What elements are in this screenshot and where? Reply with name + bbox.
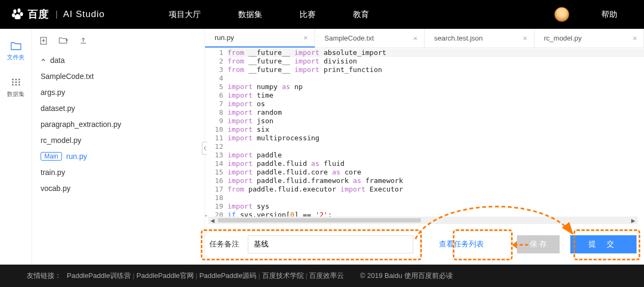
top-nav: 百度 | AI Studio 项目大厅 数据集 比赛 教育 帮助 <box>0 0 644 29</box>
file-row-train.py[interactable]: train.py <box>37 164 199 180</box>
tab-bar: run.py×SampleCode.txt×search.test.json×r… <box>205 29 644 48</box>
baidu-paw-icon <box>11 7 25 21</box>
file-name: run.py <box>66 152 87 161</box>
file-name: train.py <box>41 168 65 177</box>
chevron-left-icon <box>203 146 207 151</box>
scroll-right-icon[interactable]: ▶ <box>631 218 635 224</box>
workspace: 文件夹 数据集 data SampleCode.txtargs.pydatase… <box>0 29 644 265</box>
scroll-left-icon[interactable]: ◀ <box>210 218 215 224</box>
nav-help[interactable]: 帮助 <box>601 10 617 20</box>
svg-point-10 <box>12 84 13 86</box>
file-name: dataset.py <box>41 104 75 113</box>
file-name: rc_model.py <box>41 136 81 145</box>
file-panel: data SampleCode.txtargs.pydataset.pypara… <box>32 29 205 265</box>
file-list: data SampleCode.txtargs.pydataset.pypara… <box>32 52 205 196</box>
svg-point-1 <box>18 9 21 13</box>
tab-SampleCode.txt[interactable]: SampleCode.txt× <box>315 29 425 47</box>
footer-label: 友情链接： <box>27 271 61 281</box>
left-rail: 文件夹 数据集 <box>0 29 32 265</box>
new-folder-icon[interactable] <box>59 36 68 45</box>
file-row-vocab.py[interactable]: vocab.py <box>37 180 199 196</box>
tab-label: rc_model.py <box>544 34 582 42</box>
svg-point-9 <box>18 82 20 83</box>
footer: 友情链接： PaddlePaddle训练营 | PaddlePaddle官网 |… <box>0 265 644 287</box>
footer-link[interactable]: 百度效率云 <box>309 272 344 280</box>
scroll-thumb[interactable] <box>218 218 421 222</box>
dataset-icon <box>11 77 21 87</box>
file-name: SampleCode.txt <box>41 72 94 81</box>
svg-point-11 <box>15 84 17 86</box>
footer-link[interactable]: PaddlePaddle训练营 <box>67 272 131 280</box>
new-file-icon[interactable] <box>40 36 48 45</box>
folder-icon <box>11 42 21 50</box>
footer-link[interactable]: PaddlePaddle源码 <box>199 272 256 280</box>
upload-icon[interactable] <box>79 36 88 45</box>
file-row-rc_model.py[interactable]: rc_model.py <box>37 132 199 148</box>
caret-icon <box>41 58 46 63</box>
svg-point-4 <box>12 79 13 81</box>
footer-link[interactable]: 百度技术学院 <box>262 272 304 280</box>
main-badge: Main <box>41 152 62 161</box>
nav-link-projects[interactable]: 项目大厅 <box>169 10 201 20</box>
file-row-run.py[interactable]: Mainrun.py <box>37 148 199 164</box>
file-row-paragraph_extraction.py[interactable]: paragraph_extraction.py <box>37 116 199 132</box>
folder-name: data <box>50 56 65 65</box>
file-toolbar <box>32 29 205 52</box>
editor-area: run.py×SampleCode.txt×search.test.json×r… <box>205 29 644 265</box>
svg-point-6 <box>18 79 20 81</box>
file-name: paragraph_extraction.py <box>41 120 121 129</box>
file-name: args.py <box>41 88 65 97</box>
rail-files[interactable]: 文件夹 <box>7 42 25 61</box>
horizontal-scrollbar[interactable]: ◀ ▶ <box>208 217 638 224</box>
task-note-input[interactable] <box>248 235 413 253</box>
rail-datasets-label: 数据集 <box>7 90 25 98</box>
svg-point-12 <box>18 84 20 86</box>
file-name: vocab.py <box>41 184 70 193</box>
code-editor[interactable]: 123456789101112131415161718192021222324 … <box>205 48 644 217</box>
file-row-args.py[interactable]: args.py <box>37 84 199 100</box>
svg-point-0 <box>13 9 17 13</box>
tab-search.test.json[interactable]: search.test.json× <box>425 29 535 47</box>
close-icon[interactable]: × <box>413 34 418 43</box>
brand-logo[interactable]: 百度 | AI Studio <box>11 7 105 21</box>
svg-point-3 <box>20 12 23 16</box>
rail-datasets[interactable]: 数据集 <box>7 77 25 98</box>
brand-text: 百度 <box>28 7 49 21</box>
svg-point-5 <box>15 79 17 81</box>
close-icon[interactable]: × <box>523 34 527 43</box>
svg-point-2 <box>12 13 15 17</box>
footer-copyright: © 2019 Baidu 使用百度前必读 <box>360 271 453 281</box>
brand-divider: | <box>56 10 58 19</box>
tab-label: search.test.json <box>434 34 483 42</box>
file-row-SampleCode.txt[interactable]: SampleCode.txt <box>37 68 199 84</box>
folder-row-data[interactable]: data <box>37 52 199 68</box>
task-label: 任务备注 <box>209 240 239 249</box>
svg-point-8 <box>15 82 17 83</box>
rail-files-label: 文件夹 <box>7 53 25 61</box>
tab-label: SampleCode.txt <box>325 34 374 42</box>
tab-rc_model.py[interactable]: rc_model.py× <box>535 29 645 47</box>
file-row-dataset.py[interactable]: dataset.py <box>37 100 199 116</box>
svg-point-7 <box>12 82 13 83</box>
close-icon[interactable]: × <box>303 34 308 42</box>
submit-button[interactable]: 提 交 <box>570 235 637 253</box>
close-icon[interactable]: × <box>633 34 637 43</box>
brand-sub: AI Studio <box>63 9 105 20</box>
nav-link-contests[interactable]: 比赛 <box>300 10 316 20</box>
save-button[interactable]: 保 存 <box>517 235 560 253</box>
view-tasks-link[interactable]: 查看任务列表 <box>436 240 487 249</box>
avatar[interactable] <box>554 7 569 22</box>
tab-label: run.py <box>215 34 234 42</box>
nav-link-education[interactable]: 教育 <box>353 10 369 20</box>
nav-links: 项目大厅 数据集 比赛 教育 <box>169 10 554 20</box>
collapse-handle[interactable] <box>202 142 207 155</box>
nav-link-datasets[interactable]: 数据集 <box>238 10 262 20</box>
footer-link[interactable]: PaddlePaddle官网 <box>137 272 194 280</box>
tab-run.py[interactable]: run.py× <box>205 29 315 47</box>
action-bar: 任务备注 查看任务列表 保 存 提 交 <box>205 224 644 265</box>
